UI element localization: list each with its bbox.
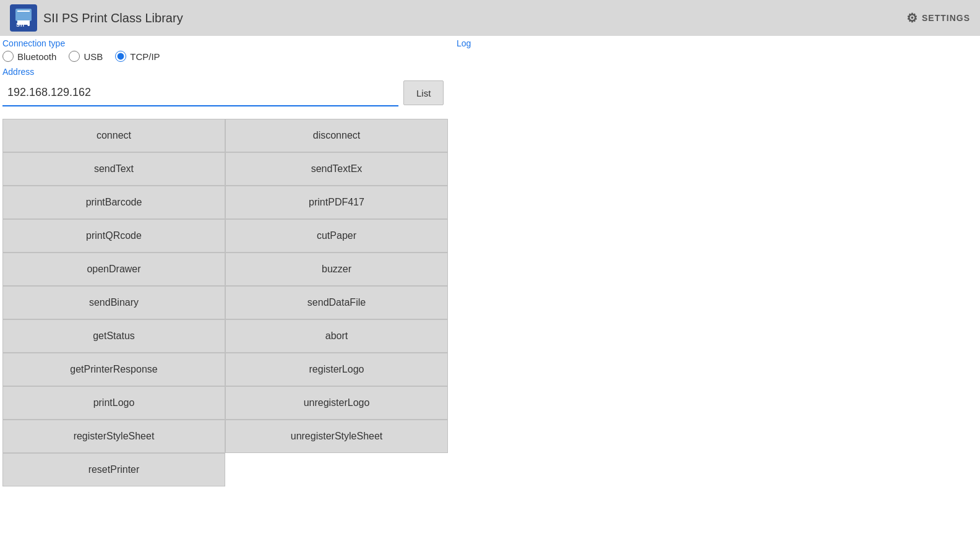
registerStyleSheet-button[interactable]: registerStyleSheet: [2, 420, 225, 453]
left-panel: Connection type Bluetooth USB TCP/IP: [0, 36, 452, 67]
getStatus-button[interactable]: getStatus: [2, 319, 225, 353]
sendDataFile-button[interactable]: sendDataFile: [225, 286, 448, 319]
buzzer-button[interactable]: buzzer: [225, 253, 448, 286]
bluetooth-label: Bluetooth: [17, 51, 56, 62]
printBarcode-button[interactable]: printBarcode: [2, 186, 225, 219]
address-section: Address List: [0, 67, 980, 111]
bluetooth-radio[interactable]: [2, 51, 14, 62]
address-label: Address: [2, 67, 980, 77]
title-bar: SII ● SII PS Print Class Library ⚙ SETTI…: [0, 0, 980, 36]
gear-icon: ⚙: [906, 11, 918, 25]
usb-radio[interactable]: [69, 51, 80, 62]
settings-label: SETTINGS: [922, 13, 970, 23]
getPrinterResponse-button[interactable]: getPrinterResponse: [2, 353, 225, 386]
usb-label: USB: [84, 51, 103, 62]
main-content: Connection type Bluetooth USB TCP/IP Log: [0, 36, 980, 486]
disconnect-button[interactable]: disconnect: [225, 119, 448, 152]
sendTextEx-button[interactable]: sendTextEx: [225, 152, 448, 186]
log-label: Log: [457, 38, 980, 48]
connection-type-row: Bluetooth USB TCP/IP: [2, 51, 452, 62]
printPDF417-button[interactable]: printPDF417: [225, 186, 448, 219]
bluetooth-option[interactable]: Bluetooth: [2, 51, 56, 62]
buttons-grid: connectdisconnectsendTextsendTextExprint…: [2, 119, 980, 486]
printLogo-button[interactable]: printLogo: [2, 386, 225, 420]
unregisterStyleSheet-button[interactable]: unregisterStyleSheet: [225, 420, 448, 453]
connect-button[interactable]: connect: [2, 119, 225, 152]
right-panel: Log: [452, 36, 980, 67]
cutPaper-button[interactable]: cutPaper: [225, 219, 448, 253]
tcpip-option[interactable]: TCP/IP: [115, 51, 160, 62]
connection-type-label: Connection type: [2, 38, 452, 48]
usb-option[interactable]: USB: [69, 51, 103, 62]
settings-button[interactable]: ⚙ SETTINGS: [906, 11, 970, 25]
title-left: SII ● SII PS Print Class Library: [10, 4, 183, 32]
resetPrinter-button[interactable]: resetPrinter: [2, 453, 225, 486]
app-title: SII PS Print Class Library: [43, 11, 183, 25]
list-button[interactable]: List: [403, 80, 444, 105]
printQRcode-button[interactable]: printQRcode: [2, 219, 225, 253]
tcpip-label: TCP/IP: [130, 51, 160, 62]
openDrawer-button[interactable]: openDrawer: [2, 253, 225, 286]
unregisterLogo-button[interactable]: unregisterLogo: [225, 386, 448, 420]
connection-log-row: Connection type Bluetooth USB TCP/IP Log: [0, 36, 980, 67]
address-input[interactable]: [2, 79, 398, 106]
registerLogo-button[interactable]: registerLogo: [225, 353, 448, 386]
abort-button[interactable]: abort: [225, 319, 448, 353]
printer-icon: [15, 9, 32, 21]
app-icon: SII ●: [10, 4, 37, 32]
tcpip-radio[interactable]: [115, 51, 126, 62]
address-row: List: [2, 79, 980, 106]
sendText-button[interactable]: sendText: [2, 152, 225, 186]
sendBinary-button[interactable]: sendBinary: [2, 286, 225, 319]
